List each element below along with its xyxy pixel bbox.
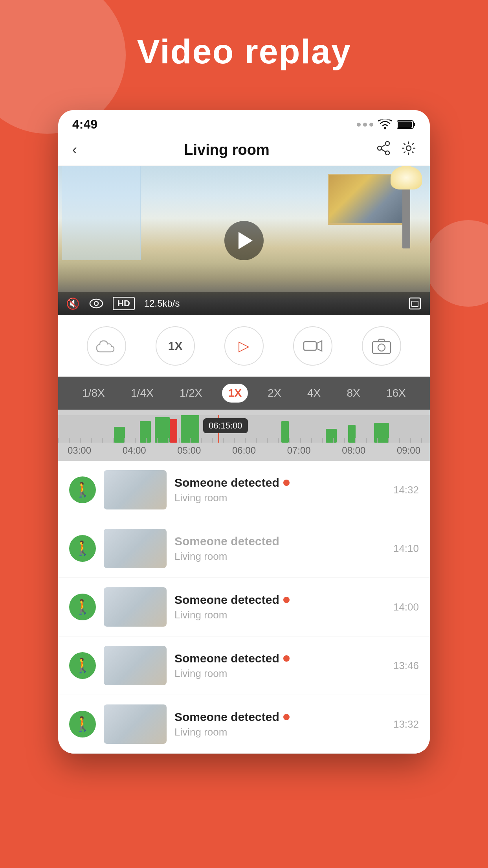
event-avatar-3: 🚶: [69, 594, 96, 620]
timeline-track[interactable]: 06:15:00: [58, 415, 430, 443]
svg-line-7: [382, 145, 385, 147]
mute-icon[interactable]: 🔇: [66, 297, 80, 310]
hd-badge: HD: [113, 297, 135, 310]
fullscreen-icon[interactable]: [408, 296, 422, 311]
event-dot-4: [283, 655, 290, 662]
camera-icon: [372, 338, 391, 354]
person-icon-5: 🚶: [74, 716, 92, 732]
svg-rect-16: [372, 342, 391, 353]
time-label-2: 05:00: [177, 445, 201, 456]
time-label-5: 08:00: [342, 445, 365, 456]
svg-point-10: [90, 299, 103, 308]
event-item-1346[interactable]: 🚶 Someone detected Living room 13:46: [58, 636, 430, 695]
video-player[interactable]: 🔇 HD 12.5kb/s: [58, 166, 430, 315]
play-button[interactable]: [224, 221, 264, 260]
event-item-1410[interactable]: 🚶 Someone detected Living room 14:10: [58, 519, 430, 578]
event-item-1400[interactable]: 🚶 Someone detected Living room 14:00: [58, 578, 430, 636]
event-dot-3: [283, 597, 290, 603]
events-list: 🚶 Someone detected Living room 14:32 🚶: [58, 461, 430, 754]
share-icon[interactable]: [376, 141, 391, 158]
event-info-5: Someone detected Living room: [174, 710, 382, 738]
event-title-text-5: Someone detected: [174, 710, 279, 724]
dot2: [363, 123, 367, 127]
timeline-tooltip: 06:15:00: [203, 418, 248, 433]
timeline[interactable]: 06:15:00 03:00 04:00 05:00 06:00 07:00 0…: [58, 410, 430, 461]
speed-4x[interactable]: 4X: [301, 384, 327, 403]
person-icon-3: 🚶: [74, 599, 92, 615]
speed-1x-label: 1X: [168, 339, 183, 353]
speed-display: 12.5kb/s: [144, 298, 180, 309]
event-time-4: 13:46: [389, 660, 419, 672]
dot3: [369, 123, 373, 127]
svg-point-6: [385, 151, 389, 155]
record-icon: [303, 338, 323, 353]
event-thumb-1: [104, 470, 167, 509]
event-item-1332[interactable]: 🚶 Someone detected Living room 13:32: [58, 695, 430, 754]
speed-1-4x[interactable]: 1/4X: [125, 384, 160, 403]
back-button[interactable]: ‹: [72, 142, 77, 158]
thumb-inner-4: [104, 646, 167, 685]
event-avatar-5: 🚶: [69, 711, 96, 737]
svg-rect-12: [409, 298, 420, 309]
lamp-shade: [391, 166, 422, 189]
event-title-5: Someone detected: [174, 710, 382, 724]
page-title: Video replay: [0, 31, 488, 72]
thumb-inner-5: [104, 704, 167, 744]
event-time-2: 14:10: [389, 542, 419, 555]
time-label-3: 06:00: [232, 445, 256, 456]
svg-rect-14: [304, 342, 316, 350]
record-button[interactable]: [293, 326, 332, 366]
event-info-3: Someone detected Living room: [174, 593, 382, 621]
video-controls-bottom: 🔇 HD 12.5kb/s: [58, 292, 430, 315]
event-info-2: Someone detected Living room: [174, 535, 382, 563]
event-info-1: Someone detected Living room: [174, 476, 382, 504]
event-location-3: Living room: [174, 609, 382, 621]
header-action-icons: [376, 141, 416, 158]
event-dot-5: [283, 714, 290, 720]
speed-16x[interactable]: 16X: [380, 384, 412, 403]
time-label-0: 03:00: [68, 445, 91, 456]
svg-rect-3: [413, 123, 415, 126]
window-element: [62, 166, 141, 260]
event-thumb-3: [104, 587, 167, 627]
status-time: 4:49: [72, 117, 97, 132]
person-icon-2: 🚶: [74, 540, 92, 557]
speed-8x[interactable]: 8X: [340, 384, 366, 403]
event-title-text-3: Someone detected: [174, 593, 279, 607]
event-title-1: Someone detected: [174, 476, 382, 489]
play-control-button[interactable]: ▷: [224, 326, 264, 366]
settings-icon[interactable]: [402, 141, 416, 158]
event-avatar-4: 🚶: [69, 652, 96, 679]
svg-point-9: [406, 146, 411, 151]
cloud-button[interactable]: [87, 326, 126, 366]
thumb-inner-2: [104, 529, 167, 568]
event-title-text-1: Someone detected: [174, 476, 279, 489]
screenshot-button[interactable]: [362, 326, 401, 366]
svg-marker-15: [317, 341, 322, 351]
speed-1x-button[interactable]: 1X: [156, 326, 195, 366]
play-triangle-icon: [238, 232, 253, 249]
wifi-icon: [378, 120, 392, 130]
dot1: [357, 123, 361, 127]
svg-point-4: [385, 142, 389, 145]
controls-row: 1X ▷: [58, 315, 430, 377]
phone-frame: 4:49 ‹ Living room: [58, 110, 430, 754]
event-thumb-4: [104, 646, 167, 685]
event-location-1: Living room: [174, 492, 382, 504]
event-time-5: 13:32: [389, 718, 419, 730]
event-dot-1: [283, 480, 290, 486]
speed-1-8x[interactable]: 1/8X: [76, 384, 111, 403]
event-item-1432[interactable]: 🚶 Someone detected Living room 14:32: [58, 461, 430, 519]
battery-icon: [397, 120, 416, 130]
time-label-1: 04:00: [123, 445, 146, 456]
speed-row: 1/8X 1/4X 1/2X 1X 2X 4X 8X 16X: [58, 377, 430, 410]
speed-1-2x[interactable]: 1/2X: [173, 384, 209, 403]
event-title-text-4: Someone detected: [174, 652, 279, 665]
speed-2x[interactable]: 2X: [261, 384, 287, 403]
event-title-text-2: Someone detected: [174, 535, 279, 548]
event-thumb-5: [104, 704, 167, 744]
speed-1x-active[interactable]: 1X: [222, 384, 248, 403]
header: ‹ Living room: [58, 136, 430, 166]
event-title-2: Someone detected: [174, 535, 382, 548]
eye-icon[interactable]: [89, 298, 103, 309]
